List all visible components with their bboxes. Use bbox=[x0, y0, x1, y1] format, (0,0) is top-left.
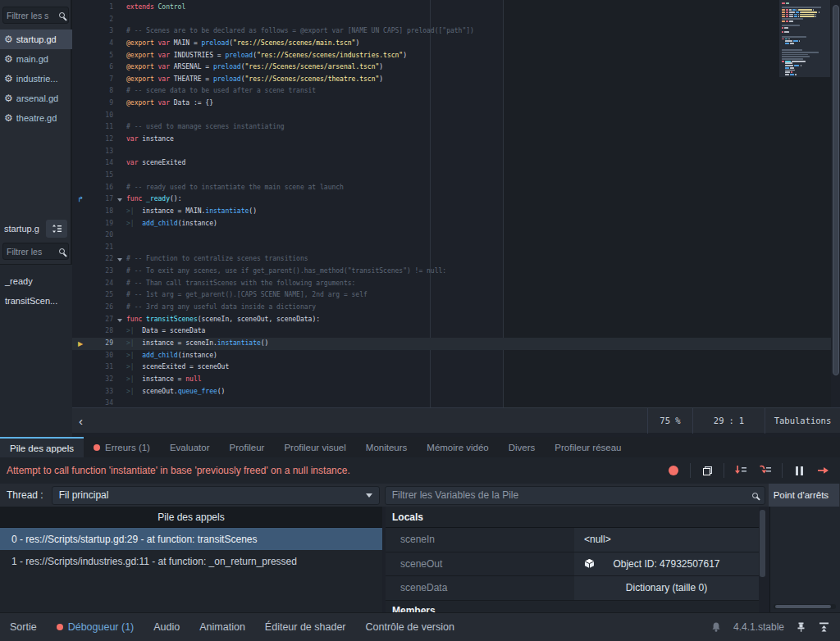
bottom-bar-item-animation[interactable]: Animation bbox=[189, 613, 255, 641]
gutter-breakpoint-area[interactable] bbox=[72, 289, 89, 302]
gutter-breakpoint-area[interactable] bbox=[72, 398, 89, 407]
method-item-transitScen[interactable]: transitScen... bbox=[0, 291, 72, 311]
code-line-18[interactable]: 18>| instance = MAIN.instantiate() bbox=[72, 206, 831, 218]
code-line-11[interactable]: 11# -- used to manage scenes instantiati… bbox=[72, 121, 831, 134]
fold-arrow-icon[interactable] bbox=[117, 319, 122, 322]
code-line-30[interactable]: 30>| add_child(instance) bbox=[72, 350, 831, 362]
code-line-28[interactable]: 28>| Data = sceneData bbox=[72, 325, 831, 338]
gutter-breakpoint-area[interactable] bbox=[72, 218, 89, 230]
code-line-14[interactable]: 14var sceneExited bbox=[72, 157, 831, 170]
gutter-breakpoint-area[interactable] bbox=[72, 38, 89, 50]
script-item-maingd[interactable]: ⚙main.gd bbox=[0, 49, 72, 69]
variable-value[interactable]: Object ID: 47932507617 bbox=[574, 552, 759, 576]
debugger-tab-profileur-r-seau[interactable]: Profileur réseau bbox=[545, 437, 631, 457]
code-line-31[interactable]: 31>| sceneExited = sceneOut bbox=[72, 361, 831, 374]
code-line-2[interactable]: 2 bbox=[72, 14, 831, 26]
script-item-industrie[interactable]: ⚙industrie... bbox=[0, 69, 72, 89]
gutter-breakpoint-area[interactable] bbox=[72, 170, 89, 182]
gutter-breakpoint-area[interactable] bbox=[72, 74, 89, 86]
code-line-21[interactable]: 21 bbox=[72, 242, 831, 254]
script-item-arsenalgd[interactable]: ⚙arsenal.gd bbox=[0, 89, 72, 108]
scrollbar-thumb[interactable] bbox=[775, 605, 831, 608]
code-editor[interactable]: 1extends Control23# -- Scenes are to be … bbox=[72, 0, 840, 407]
gutter-breakpoint-area[interactable] bbox=[72, 302, 89, 314]
gutter-breakpoint-area[interactable] bbox=[72, 121, 89, 134]
variable-value[interactable]: <null> bbox=[574, 528, 759, 552]
code-line-32[interactable]: 32>| instance = null bbox=[72, 374, 831, 386]
gutter-breakpoint-area[interactable] bbox=[72, 386, 89, 398]
skip-breakpoints-button[interactable] bbox=[665, 462, 682, 479]
code-line-9[interactable]: 9@export var Data := {} bbox=[72, 98, 831, 110]
methods-filter-input[interactable]: Filtrer les bbox=[2, 243, 69, 260]
code-line-16[interactable]: 16# -- ready used to instantiate the mai… bbox=[72, 182, 831, 194]
code-line-25[interactable]: 25# -- 1st arg = get_parent().[CAPS SCEN… bbox=[72, 289, 831, 302]
gutter-breakpoint-area[interactable] bbox=[72, 325, 89, 338]
script-item-startupgd[interactable]: ⚙startup.gd bbox=[0, 30, 72, 49]
gutter-breakpoint-area[interactable] bbox=[72, 266, 89, 278]
code-line-3[interactable]: 3# -- Scenes are to be declared as follo… bbox=[72, 25, 831, 38]
bottom-bar-item--diteur-de-shader[interactable]: Éditeur de shader bbox=[255, 613, 356, 641]
gutter-breakpoint-area[interactable] bbox=[72, 182, 89, 194]
bottom-bar-item-sortie[interactable]: Sortie bbox=[0, 613, 47, 641]
gutter-breakpoint-area[interactable]: ↱ bbox=[72, 193, 89, 206]
code-line-13[interactable]: 13 bbox=[72, 146, 831, 158]
debugger-tab-profileur[interactable]: Profileur bbox=[220, 437, 275, 457]
gutter-breakpoint-area[interactable] bbox=[72, 374, 89, 386]
code-line-27[interactable]: 27func transitScenes(sceneIn, sceneOut, … bbox=[72, 314, 831, 326]
fold-arrow-icon[interactable] bbox=[117, 258, 122, 261]
continue-button[interactable] bbox=[815, 462, 832, 479]
code-line-29[interactable]: ▶29>| instance = sceneIn.instantiate() bbox=[72, 338, 831, 350]
stack-frame-0[interactable]: 0 - res://Scripts/startup.gd:29 - at fun… bbox=[0, 528, 382, 550]
gutter-breakpoint-area[interactable] bbox=[72, 278, 89, 290]
bottom-bar-item-d-bogueur-1-[interactable]: Débogueur (1) bbox=[47, 613, 144, 641]
editor-vertical-scrollbar[interactable] bbox=[832, 0, 840, 407]
gutter-breakpoint-area[interactable] bbox=[72, 350, 89, 362]
debugger-tab-pile-des-appels[interactable]: Pile des appels bbox=[0, 437, 84, 457]
code-line-4[interactable]: 4@export var MAIN = preload("res://Scene… bbox=[72, 38, 831, 50]
gutter-breakpoint-area[interactable] bbox=[72, 25, 89, 38]
zoom-indicator[interactable]: 75 % bbox=[647, 408, 692, 434]
scrollbar-thumb[interactable] bbox=[833, 5, 839, 375]
gutter-breakpoint-area[interactable] bbox=[72, 2, 89, 14]
step-into-button[interactable] bbox=[733, 462, 749, 479]
gutter-breakpoint-area[interactable]: ▶ bbox=[72, 338, 89, 350]
debugger-tab-divers[interactable]: Divers bbox=[499, 437, 546, 457]
fold-gutter[interactable] bbox=[115, 314, 126, 326]
code-line-24[interactable]: 24# -- Than call transitScenes with the … bbox=[72, 278, 831, 290]
expand-bottom-panel-icon[interactable] bbox=[818, 621, 830, 633]
scrollbar-thumb[interactable] bbox=[760, 510, 765, 577]
copy-error-button[interactable] bbox=[699, 462, 715, 479]
gutter-breakpoint-area[interactable] bbox=[72, 242, 89, 254]
scripts-filter-input[interactable]: Filtrer les s bbox=[2, 7, 69, 24]
bell-icon[interactable] bbox=[710, 621, 722, 633]
gutter-breakpoint-area[interactable] bbox=[72, 134, 89, 146]
stack-frame-1[interactable]: 1 - res://Scripts/industries.gd:11 - at … bbox=[0, 550, 382, 572]
variables-scrollbar[interactable] bbox=[759, 507, 766, 612]
code-line-15[interactable]: 15 bbox=[72, 170, 831, 182]
history-back-button[interactable]: ‹ bbox=[72, 414, 89, 428]
gutter-breakpoint-area[interactable] bbox=[72, 361, 89, 374]
gutter-breakpoint-area[interactable] bbox=[72, 110, 89, 122]
debugger-tab-moniteurs[interactable]: Moniteurs bbox=[356, 437, 418, 457]
script-item-theatregd[interactable]: ⚙theatre.gd bbox=[0, 108, 72, 128]
gutter-breakpoint-area[interactable] bbox=[72, 98, 89, 110]
debugger-tab-m-moire-vid-o[interactable]: Mémoire vidéo bbox=[417, 437, 498, 457]
variable-value[interactable]: Dictionary (taille 0) bbox=[574, 576, 759, 600]
code-line-17[interactable]: ↱17func _ready(): bbox=[72, 193, 831, 206]
gutter-breakpoint-area[interactable] bbox=[72, 14, 89, 26]
indentation-mode[interactable]: Tabulations bbox=[765, 408, 840, 434]
bottom-bar-item-audio[interactable]: Audio bbox=[144, 613, 189, 641]
fold-arrow-icon[interactable] bbox=[117, 198, 122, 202]
code-line-34[interactable]: 34 bbox=[72, 398, 831, 407]
stack-variables-filter-input[interactable]: Filtrer les Variables de la Pile bbox=[385, 486, 765, 505]
thread-select[interactable]: Fil principal bbox=[52, 486, 380, 505]
gutter-breakpoint-area[interactable] bbox=[72, 85, 89, 98]
breakpoints-hscrollbar[interactable] bbox=[774, 604, 836, 609]
gutter-breakpoint-area[interactable] bbox=[72, 314, 89, 326]
code-line-6[interactable]: 6@export var ARSENAL = preload("res://Sc… bbox=[72, 61, 831, 74]
break-button[interactable] bbox=[791, 462, 807, 479]
code-line-23[interactable]: 23# -- To exit any scenes, use if get_pa… bbox=[72, 266, 831, 278]
gutter-breakpoint-area[interactable] bbox=[72, 230, 89, 242]
code-line-26[interactable]: 26# -- 3rd arg any useful data inside a … bbox=[72, 302, 831, 314]
code-line-20[interactable]: 20 bbox=[72, 230, 831, 242]
